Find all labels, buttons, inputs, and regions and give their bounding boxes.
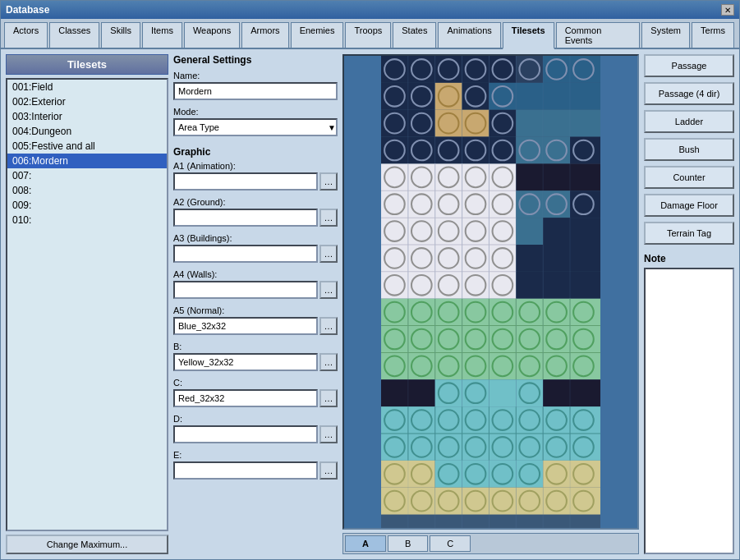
b-browse-button[interactable]: … <box>319 353 338 371</box>
d-input[interactable] <box>173 425 318 443</box>
left-panel: Tilesets 001:Field 002:Exterior 003:Inte… <box>6 54 168 554</box>
a1-label: A1 (Animation): <box>173 161 338 171</box>
c-browse-button[interactable]: … <box>319 389 338 407</box>
c-input[interactable] <box>173 389 318 407</box>
tab-actors[interactable]: Actors <box>4 22 48 48</box>
mode-select[interactable]: Area Type World Type <box>173 118 338 136</box>
passage-4dir-button[interactable]: Passage (4 dir) <box>644 82 734 105</box>
a4-input[interactable] <box>173 281 318 299</box>
list-item-selected[interactable]: 006:Mordern <box>7 154 167 168</box>
list-item[interactable]: 002:Exterior <box>7 94 167 109</box>
mode-select-wrapper: Area Type World Type ▼ <box>173 118 338 136</box>
tab-enemies[interactable]: Enemies <box>291 22 344 48</box>
c-label: C: <box>173 378 338 388</box>
svg-rect-107 <box>543 272 570 299</box>
damage-floor-button[interactable]: Damage Floor <box>644 194 734 217</box>
right-panel: A B C <box>342 54 639 554</box>
svg-rect-102 <box>570 218 600 245</box>
a3-browse-button[interactable]: … <box>319 245 338 263</box>
a1-input[interactable] <box>173 172 318 190</box>
svg-rect-151 <box>543 379 570 406</box>
tileset-preview[interactable] <box>342 54 639 530</box>
list-item[interactable]: 010: <box>7 213 167 227</box>
graphic-field-a5: A5 (Normal): … <box>173 305 338 335</box>
list-item[interactable]: 001:Field <box>7 80 167 94</box>
tileset-tab-a[interactable]: A <box>345 535 386 552</box>
name-input[interactable] <box>173 82 338 100</box>
change-maximum-button[interactable]: Change Maximum... <box>6 535 168 554</box>
tileset-list[interactable]: 001:Field 002:Exterior 003:Interior 004:… <box>6 78 168 531</box>
tab-animations[interactable]: Animations <box>438 22 500 48</box>
a5-input[interactable] <box>173 317 318 335</box>
e-input[interactable] <box>173 461 318 480</box>
svg-rect-148 <box>489 379 516 406</box>
tab-terms[interactable]: Terms <box>692 22 734 48</box>
tab-items[interactable]: Items <box>142 22 182 48</box>
a2-input[interactable] <box>173 209 318 227</box>
list-item[interactable]: 009: <box>7 198 167 213</box>
name-label: Name: <box>173 71 338 80</box>
list-item[interactable]: 007: <box>7 168 167 183</box>
terrain-tag-button[interactable]: Terrain Tag <box>644 222 734 245</box>
a1-browse-button[interactable]: … <box>319 172 338 190</box>
tileset-tab-b[interactable]: B <box>388 535 428 552</box>
svg-rect-108 <box>570 272 600 299</box>
counter-button[interactable]: Counter <box>644 166 734 189</box>
close-button[interactable]: ✕ <box>721 4 734 16</box>
graphic-section: Graphic A1 (Animation): … A2 (Ground): … <box>173 143 338 486</box>
tileset-tab-c[interactable]: C <box>430 535 471 552</box>
list-item[interactable]: 008: <box>7 183 167 198</box>
list-item[interactable]: 004:Dungeon <box>7 124 167 139</box>
note-textarea[interactable] <box>644 268 734 554</box>
list-item[interactable]: 003:Interior <box>7 109 167 124</box>
svg-rect-42 <box>570 110 600 137</box>
a4-browse-button[interactable]: … <box>319 281 338 299</box>
note-label: Note <box>644 253 734 264</box>
svg-rect-152 <box>570 379 600 406</box>
general-settings: General Settings Name: Mode: Area Type W… <box>173 54 338 136</box>
middle-panel: General Settings Name: Mode: Area Type W… <box>173 54 338 554</box>
ladder-button[interactable]: Ladder <box>644 110 734 133</box>
list-item[interactable]: 005:Festive and all <box>7 139 167 154</box>
svg-rect-27 <box>516 83 543 110</box>
a2-browse-button[interactable]: … <box>319 209 338 227</box>
a5-browse-button[interactable]: … <box>319 317 338 335</box>
content-area: Tilesets 001:Field 002:Exterior 003:Inte… <box>1 49 739 559</box>
tab-classes[interactable]: Classes <box>49 22 99 48</box>
svg-rect-105 <box>570 245 600 272</box>
a3-input[interactable] <box>173 245 318 263</box>
tab-common-events[interactable]: Common Events <box>556 22 641 48</box>
tab-system[interactable]: System <box>641 22 690 48</box>
d-browse-button[interactable]: … <box>319 425 338 443</box>
e-browse-button[interactable]: … <box>319 461 338 480</box>
tab-states[interactable]: States <box>393 22 436 48</box>
title-bar: Database ✕ <box>1 1 739 19</box>
svg-rect-93 <box>516 163 600 190</box>
tileset-tabs: A B C <box>342 533 639 554</box>
svg-rect-106 <box>516 272 543 299</box>
svg-rect-41 <box>543 110 570 137</box>
tab-tilesets[interactable]: Tilesets <box>503 22 554 49</box>
b-label: B: <box>173 342 338 351</box>
tabs-bar: Actors Classes Skills Items Weapons Armo… <box>1 19 739 49</box>
svg-rect-29 <box>570 83 600 110</box>
graphic-field-a4: A4 (Walls): … <box>173 269 338 299</box>
tab-armors[interactable]: Armors <box>241 22 288 48</box>
tab-troops[interactable]: Troops <box>345 22 391 48</box>
graphic-field-a2: A2 (Ground): … <box>173 197 338 227</box>
passage-button[interactable]: Passage <box>644 54 734 77</box>
svg-rect-104 <box>543 245 570 272</box>
graphic-field-a3: A3 (Buildings): … <box>173 233 338 263</box>
bush-button[interactable]: Bush <box>644 138 734 161</box>
window-title: Database <box>6 4 49 16</box>
tab-skills[interactable]: Skills <box>101 22 140 48</box>
svg-rect-101 <box>543 218 570 245</box>
graphic-field-c: C: … <box>173 378 338 407</box>
b-input[interactable] <box>173 353 318 371</box>
svg-rect-103 <box>516 245 543 272</box>
mode-label: Mode: <box>173 107 338 117</box>
tab-weapons[interactable]: Weapons <box>184 22 240 48</box>
general-settings-title: General Settings <box>173 54 338 66</box>
svg-rect-28 <box>543 83 570 110</box>
a2-label: A2 (Ground): <box>173 197 338 207</box>
